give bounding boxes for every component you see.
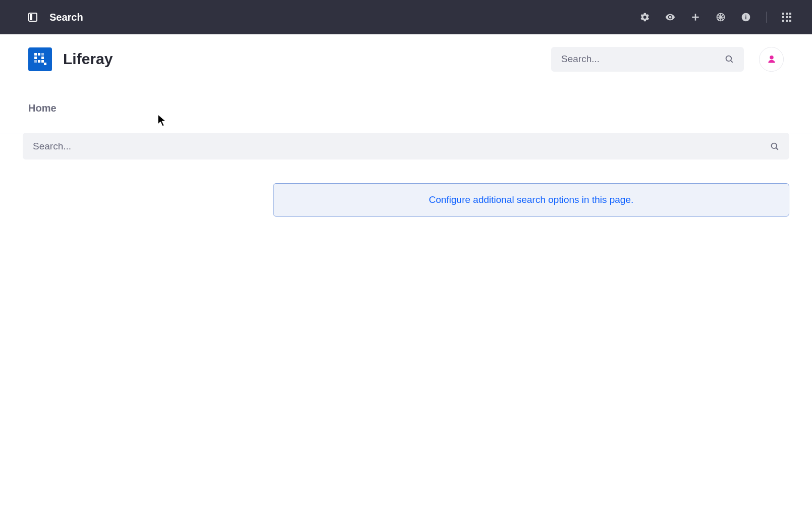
svg-rect-15 [782,16,784,18]
svg-rect-20 [789,20,791,22]
grid-icon[interactable] [782,12,792,22]
main-search [23,133,789,160]
site-title[interactable]: Liferay [63,50,113,68]
svg-rect-10 [745,16,746,19]
svg-line-31 [731,61,733,63]
svg-rect-17 [789,16,791,18]
nav-row: Home [0,84,812,133]
admin-bar-left: Search [28,12,83,23]
simulate-icon[interactable] [716,12,726,22]
nav-home-link[interactable]: Home [28,102,57,114]
svg-point-33 [772,143,777,148]
gear-icon[interactable] [640,12,650,22]
plus-icon[interactable] [690,12,700,22]
search-icon[interactable] [725,55,734,64]
svg-rect-24 [41,57,44,59]
panel-toggle-icon[interactable] [28,13,37,22]
main-search-input[interactable] [33,141,770,152]
admin-bar: Search [0,0,812,34]
svg-rect-18 [782,20,784,22]
svg-rect-1 [30,14,32,20]
svg-line-34 [776,148,778,150]
svg-rect-27 [34,60,37,63]
svg-rect-19 [786,20,788,22]
admin-bar-right [640,12,792,23]
search-icon[interactable] [770,142,779,151]
user-avatar[interactable] [759,47,784,72]
svg-rect-16 [786,16,788,18]
svg-rect-23 [34,57,37,59]
svg-rect-14 [789,13,791,15]
svg-point-32 [770,56,774,60]
svg-rect-12 [782,13,784,15]
info-icon[interactable] [741,12,751,22]
admin-page-title: Search [49,12,83,23]
header-search-input[interactable] [561,54,725,65]
svg-rect-22 [38,53,40,56]
configure-search-link[interactable]: Configure additional search options in t… [429,194,634,205]
svg-rect-28 [41,53,44,56]
svg-rect-13 [786,13,788,15]
svg-rect-26 [41,60,44,63]
content-area: Configure additional search options in t… [0,160,812,217]
svg-rect-21 [34,53,37,56]
svg-rect-25 [38,60,40,63]
svg-rect-11 [745,15,746,16]
site-header: Liferay [0,34,812,84]
site-logo[interactable] [28,47,52,71]
header-search [551,47,744,72]
eye-icon[interactable] [665,12,675,22]
configure-search-alert: Configure additional search options in t… [273,183,789,217]
svg-point-30 [726,56,732,62]
main-search-box [23,133,789,160]
admin-divider [766,12,767,23]
svg-rect-29 [44,63,46,65]
